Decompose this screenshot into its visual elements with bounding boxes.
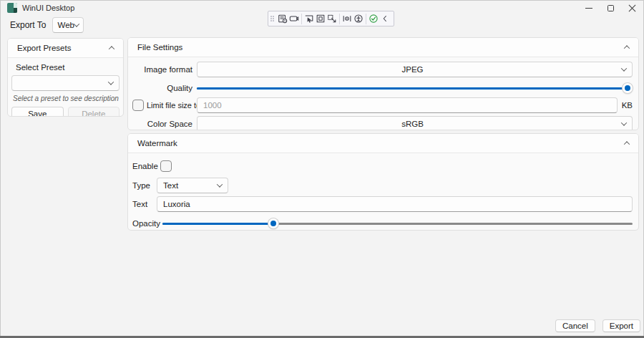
footer-actions: Cancel Export [555, 319, 640, 332]
chevron-down-icon [108, 79, 114, 84]
watermark-enable-checkbox[interactable] [160, 160, 172, 172]
image-format-label: Image format [144, 65, 192, 74]
watermark-text-row: Text [132, 196, 633, 212]
limit-unit-label: KB [622, 101, 633, 110]
quality-row: Quality [132, 81, 633, 95]
close-icon [628, 4, 636, 12]
enable-label: Enable [132, 162, 158, 170]
chevron-up-icon [624, 141, 630, 147]
image-format-combobox[interactable]: JPEG [197, 62, 633, 77]
chevron-up-icon [624, 45, 630, 51]
export-presets-panel: Export Presets Select Preset Select a pr… [7, 38, 124, 117]
screen-capture-icon[interactable] [288, 12, 300, 25]
hot-reload-status-icon[interactable] [368, 12, 379, 25]
select-element-icon[interactable] [303, 12, 315, 25]
toolbar-separator [366, 14, 366, 24]
chevron-down-icon [217, 181, 223, 187]
preset-buttons: Save Delete [11, 107, 119, 117]
live-visual-tree-icon[interactable] [277, 12, 288, 25]
save-preset-button[interactable]: Save [11, 107, 64, 117]
slider-fill [162, 223, 273, 225]
export-to-row: Export To Web [10, 17, 84, 33]
chevron-up-icon [109, 46, 114, 52]
accessibility-checker-icon[interactable] [353, 12, 364, 25]
watermark-title: Watermark [137, 139, 625, 148]
file-settings-panel: File Settings Image format JPEG Quality [127, 37, 639, 130]
minimize-button[interactable] [578, 0, 600, 16]
color-space-label: Color Space [147, 120, 192, 128]
maximize-icon [608, 5, 614, 11]
watermark-body: Enable Type Text Text Opacity [128, 153, 638, 231]
chevron-down-icon [74, 21, 79, 26]
image-format-value: JPEG [203, 65, 622, 74]
opacity-slider[interactable] [162, 216, 633, 231]
display-adorners-icon[interactable] [315, 12, 326, 25]
toolbar-separator [339, 14, 340, 24]
watermark-header[interactable]: Watermark [128, 134, 638, 153]
app-icon [7, 3, 17, 13]
quality-slider[interactable] [197, 81, 633, 95]
debug-toolbar [268, 11, 394, 26]
export-presets-title: Export Presets [17, 44, 109, 52]
watermark-type-value: Text [163, 181, 218, 190]
cancel-button[interactable]: Cancel [555, 319, 595, 332]
delete-preset-button[interactable]: Delete [68, 107, 120, 117]
minimize-icon [585, 8, 592, 9]
file-settings-title: File Settings [137, 43, 625, 52]
chevron-down-icon [621, 120, 627, 125]
close-button[interactable] [621, 0, 643, 16]
opacity-slider-thumb[interactable] [268, 218, 278, 228]
element-info-icon[interactable] [341, 12, 353, 25]
app-window: WinUI Desktop [0, 0, 644, 338]
color-space-value: sRGB [203, 120, 622, 128]
track-focused-element-icon[interactable] [326, 12, 338, 25]
window-title: WinUI Desktop [22, 4, 74, 12]
toolbar-separator [301, 14, 302, 24]
export-presets-header[interactable]: Export Presets [8, 39, 123, 58]
watermark-type-row: Type Text [132, 178, 633, 193]
type-label: Type [132, 181, 155, 190]
window-controls [578, 0, 643, 16]
toolbar-drag-grip[interactable] [270, 16, 275, 22]
text-label: Text [132, 200, 155, 208]
color-space-row: Color Space sRGB [132, 116, 633, 130]
chevron-down-icon [621, 65, 627, 71]
watermark-enable-row: Enable [132, 160, 633, 172]
limit-file-size-label: Limit file size to [147, 101, 200, 110]
select-preset-label: Select Preset [16, 63, 119, 72]
image-format-row: Image format JPEG [132, 62, 633, 77]
export-to-value: Web [57, 21, 74, 29]
export-presets-body: Select Preset Select a preset to see des… [8, 58, 123, 117]
file-settings-header[interactable]: File Settings [128, 38, 638, 57]
export-button[interactable]: Export [602, 319, 640, 332]
file-settings-body: Image format JPEG Quality Limit file siz… [128, 57, 638, 130]
watermark-text-input[interactable] [157, 196, 633, 212]
preset-combobox[interactable] [11, 75, 119, 91]
limit-file-size-input[interactable] [197, 97, 618, 113]
export-to-combobox[interactable]: Web [52, 17, 84, 33]
limit-file-size-row: Limit file size to KB [132, 97, 633, 113]
color-space-combobox[interactable]: sRGB [197, 116, 633, 130]
watermark-opacity-row: Opacity [132, 216, 633, 231]
watermark-panel: Watermark Enable Type Text Text Opacity [127, 133, 639, 231]
slider-fill [197, 87, 628, 90]
export-to-label: Export To [10, 20, 46, 30]
watermark-type-combobox[interactable]: Text [157, 178, 228, 193]
preset-hint: Select a preset to see description [13, 95, 119, 102]
maximize-button[interactable] [600, 0, 621, 16]
limit-file-size-checkbox[interactable] [132, 100, 144, 111]
collapse-toolbar-icon[interactable] [379, 12, 391, 25]
opacity-label: Opacity [132, 219, 160, 228]
quality-slider-thumb[interactable] [623, 83, 633, 93]
quality-label: Quality [167, 84, 192, 92]
